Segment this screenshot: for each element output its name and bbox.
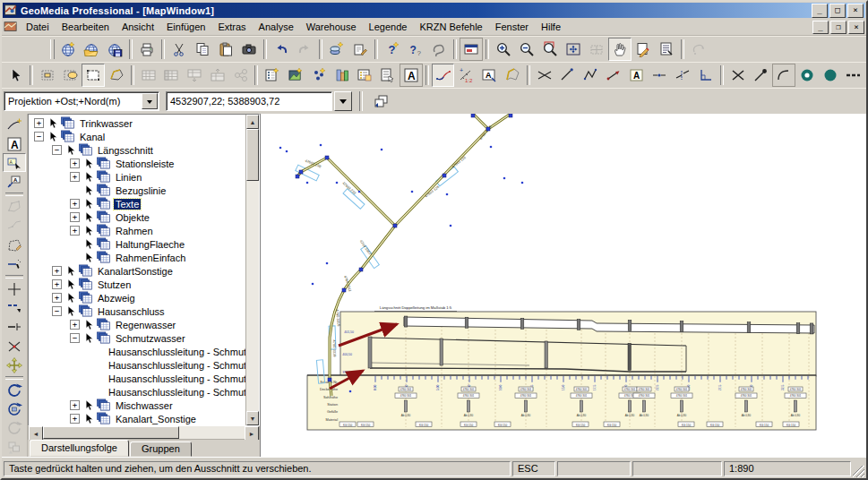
tree-expander[interactable]: + <box>70 199 80 209</box>
tree-item-bezugslinie[interactable]: Bezugslinie <box>29 184 245 197</box>
tree-item-kanalartsonstige[interactable]: +KanalartSonstige <box>29 264 245 278</box>
select-tool-button[interactable] <box>4 64 27 87</box>
insert-dashes-button[interactable] <box>841 64 864 87</box>
tree-expander[interactable]: − <box>52 145 62 155</box>
tree-item-label[interactable]: Abzweig <box>96 293 137 304</box>
pan-button[interactable] <box>608 38 632 61</box>
minimize-button[interactable]: _ <box>812 4 828 18</box>
style-wizard-button[interactable] <box>348 38 372 61</box>
cut-button[interactable] <box>168 38 191 61</box>
rotate-feature-button[interactable] <box>3 400 26 419</box>
tree-item-label[interactable]: Bezugslinie <box>114 185 168 196</box>
tree-item-label[interactable]: Texte <box>114 199 141 210</box>
tree-item-regenwasser[interactable]: +Regenwasser <box>29 318 245 331</box>
tree-expander[interactable]: − <box>34 132 44 141</box>
coordinate-input[interactable]: 4532907,22; 5388903,72 <box>166 91 332 111</box>
tree-item-label[interactable]: Objekte <box>114 212 151 223</box>
tree-item-label[interactable]: Kanalart_Sonstige <box>114 414 198 424</box>
coordinate-dropdown-button[interactable] <box>334 91 352 111</box>
insert-donut-button[interactable] <box>795 64 819 87</box>
toolbar-grip[interactable] <box>50 39 55 59</box>
tree-item-label[interactable]: HaltungFlaeche <box>114 239 186 250</box>
projection-dropdown-icon[interactable] <box>142 93 158 109</box>
tree-item-hausanschlussleitung-schmutzwasser[interactable]: Hausanschlussleitung - Schmutzwasser <box>29 358 245 372</box>
tree-item-stutzen[interactable]: +Stutzen <box>29 278 245 291</box>
tree-expander[interactable]: + <box>70 159 80 168</box>
resize-grip[interactable] <box>853 466 864 477</box>
menu-extras[interactable]: Extras <box>211 20 252 34</box>
tab-darstellungsfolge[interactable]: Darstellungsfolge <box>30 440 129 457</box>
warehouse-wizard-button[interactable] <box>325 38 348 61</box>
paste-button[interactable] <box>214 38 237 61</box>
menu-ansicht[interactable]: Ansicht <box>116 20 160 34</box>
tree-item-label[interactable]: Hausanschlussleitung - Schmutzwasser <box>107 373 245 384</box>
tree-expander[interactable]: + <box>70 172 80 182</box>
tree-expander[interactable]: + <box>52 293 62 303</box>
scroll-left-icon[interactable]: ◄ <box>29 426 43 441</box>
select-rectangle-button[interactable] <box>82 64 105 87</box>
close-button[interactable]: × <box>847 4 864 18</box>
tree-item-mischwasser[interactable]: +Mischwasser <box>29 399 245 412</box>
scroll-thumb[interactable] <box>246 129 259 181</box>
tree-expander[interactable]: + <box>52 279 62 289</box>
add-thematic-entry-button[interactable] <box>284 64 307 87</box>
tree-item-rahmen[interactable]: +Rahmen <box>29 224 245 237</box>
copy-button[interactable] <box>191 38 214 61</box>
menu-hilfe[interactable]: Hilfe <box>535 20 567 34</box>
text-frame-button[interactable]: A <box>3 134 26 153</box>
rotate-view-button[interactable] <box>3 381 26 400</box>
new-geoworkspace-button[interactable] <box>56 38 80 61</box>
map-window[interactable]: Längsschnitt Doppelleitung im Maßstab 1:… <box>260 114 866 457</box>
tab-gruppen[interactable]: Gruppen <box>130 441 192 457</box>
scroll-right-icon[interactable]: ► <box>245 426 259 441</box>
tree-expander[interactable]: + <box>70 400 80 410</box>
tree-item-label[interactable]: Schmutzwasser <box>114 333 187 344</box>
select-polygon-button[interactable] <box>105 64 128 87</box>
mdi-close-button[interactable]: × <box>848 21 864 34</box>
mdi-restore-button[interactable]: ❐ <box>830 21 847 34</box>
insert-polyline-button[interactable] <box>579 64 602 87</box>
tree-item-objekte[interactable]: +Objekte <box>29 210 245 224</box>
scroll-down-icon[interactable]: ▼ <box>246 411 259 425</box>
tree-expander[interactable]: − <box>70 333 80 343</box>
move-segment-button[interactable] <box>3 299 26 318</box>
tree-item-kanalart-sonstige[interactable]: +Kanalart_Sonstige <box>29 412 245 425</box>
insert-circle-button[interactable] <box>819 64 842 87</box>
menu-analyse[interactable]: Analyse <box>253 20 300 34</box>
redline-button[interactable] <box>632 38 655 61</box>
insert-text-button[interactable]: A <box>400 64 423 87</box>
perpendicular-line-button[interactable] <box>694 64 718 87</box>
legend-entries-button[interactable] <box>353 64 376 87</box>
tree-item-abzweig[interactable]: +Abzweig <box>29 291 245 304</box>
menu-legende[interactable]: Legende <box>363 20 414 34</box>
tree-expander[interactable]: + <box>70 226 80 236</box>
tree-horizontal-scrollbar[interactable]: ◄ ► <box>28 426 260 440</box>
tree-item-label[interactable]: Regenwasser <box>114 320 177 330</box>
menu-fenster[interactable]: Fenster <box>489 20 535 34</box>
display-window-button[interactable] <box>460 38 483 61</box>
insert-arc-button[interactable] <box>772 64 795 87</box>
tree-item-trinkwasser[interactable]: +Trinkwasser <box>29 116 245 130</box>
tree-expander[interactable]: + <box>70 320 80 330</box>
tree-item-label[interactable]: Trinkwasser <box>78 118 134 129</box>
tree-item-hausanschlussleitung-schmutzwasser[interactable]: Hausanschlussleitung - Schmutzwasser <box>29 385 245 399</box>
tree-expander[interactable]: + <box>70 414 80 424</box>
tree-expander[interactable]: + <box>34 118 44 128</box>
tree-item-haltungflaeche[interactable]: HaltungFlaeche <box>29 237 245 251</box>
map-canvas[interactable]: Längsschnitt Doppelleitung im Maßstab 1:… <box>261 114 866 457</box>
menu-einfügen[interactable]: Einfügen <box>160 20 211 34</box>
tree-item-label[interactable]: Stationsleiste <box>114 159 176 169</box>
tree-item-längsschnitt[interactable]: −Längsschnitt <box>29 143 245 157</box>
tree-item-hausanschlussleitung-schmutzwasser[interactable]: Hausanschlussleitung - Schmutzwasser <box>29 345 245 358</box>
menu-krzn-befehle[interactable]: KRZN Befehle <box>413 20 488 34</box>
help-search-button[interactable]: ?? <box>404 38 427 61</box>
open-geoworkspace-button[interactable] <box>80 38 103 61</box>
legend-wizard-button[interactable] <box>331 64 354 87</box>
insert-line-button[interactable] <box>555 64 579 87</box>
insert-cross-button[interactable] <box>3 280 26 299</box>
previous-map-button[interactable] <box>370 90 393 113</box>
tree-item-label[interactable]: Hausanschlussleitung - Schmutzwasser <box>107 347 245 357</box>
trace-geometry-button[interactable] <box>501 64 524 87</box>
zoom-in-button[interactable] <box>492 38 515 61</box>
select-inside-button[interactable] <box>36 64 59 87</box>
